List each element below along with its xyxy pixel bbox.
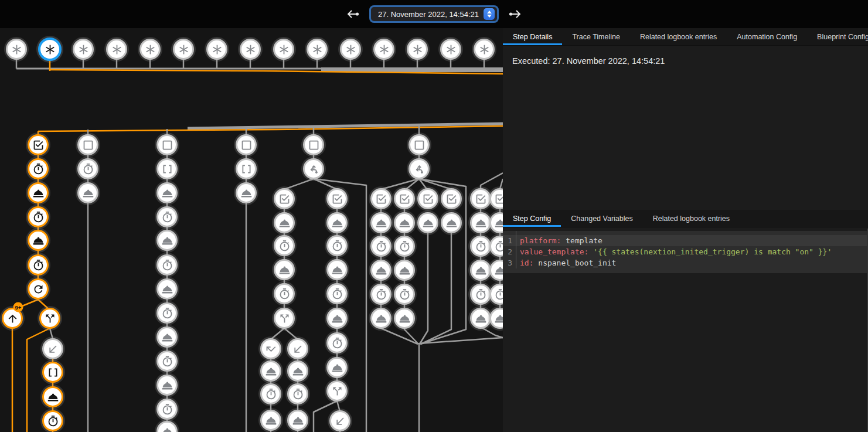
node-bell[interactable] xyxy=(156,326,178,348)
node-arrowdl[interactable] xyxy=(42,338,63,359)
next-run-button[interactable] xyxy=(507,6,523,22)
node-bell[interactable] xyxy=(274,259,295,280)
node-timer[interactable] xyxy=(77,158,98,179)
node-split[interactable] xyxy=(326,380,348,402)
node-asterisk[interactable] xyxy=(106,39,127,60)
node-bell[interactable] xyxy=(287,360,308,382)
node-checkbox[interactable] xyxy=(370,188,392,209)
tab-step-config[interactable]: Step Config xyxy=(503,210,561,227)
node-asterisk[interactable] xyxy=(373,39,394,60)
run-datetime-select[interactable]: 27. November 2022, 14:54:21 xyxy=(369,5,499,23)
node-bell[interactable] xyxy=(394,260,415,281)
node-brackets[interactable] xyxy=(156,158,178,179)
node-timer[interactable] xyxy=(28,206,49,227)
node-asterisk[interactable] xyxy=(73,39,94,60)
node-arrowdl[interactable] xyxy=(329,410,350,431)
node-repeat[interactable] xyxy=(28,278,49,300)
node-timer[interactable] xyxy=(370,236,392,257)
node-bell[interactable] xyxy=(260,360,281,382)
node-decision[interactable] xyxy=(409,158,430,179)
node-brackets[interactable] xyxy=(236,158,257,179)
node-bell[interactable] xyxy=(156,278,178,300)
tab-trace-timeline[interactable]: Trace Timeline xyxy=(562,28,630,45)
node-bell[interactable] xyxy=(287,410,308,431)
node-checkbox[interactable] xyxy=(470,188,491,209)
node-square[interactable] xyxy=(303,134,324,155)
node-timer[interactable] xyxy=(274,235,295,256)
node-timer[interactable] xyxy=(156,399,178,420)
tab-automation-config[interactable]: Automation Config xyxy=(727,28,807,45)
node-asterisk[interactable] xyxy=(307,39,328,60)
node-timer[interactable] xyxy=(156,254,178,275)
node-timer[interactable] xyxy=(28,254,49,275)
node-bell[interactable] xyxy=(260,410,281,431)
node-bell[interactable] xyxy=(274,212,295,233)
node-bell[interactable] xyxy=(326,308,348,329)
node-bell[interactable] xyxy=(394,308,415,329)
node-asterisk[interactable] xyxy=(38,38,62,61)
node-timer[interactable] xyxy=(274,283,295,304)
code-line[interactable]: 3id: nspanel_boot_init xyxy=(503,257,868,268)
node-bell[interactable] xyxy=(156,375,178,396)
node-timer[interactable] xyxy=(394,236,415,257)
node-bell[interactable] xyxy=(370,212,392,233)
node-timer[interactable] xyxy=(394,284,415,305)
node-timer[interactable] xyxy=(28,158,49,179)
tab-related-logbook-entries[interactable]: Related logbook entries xyxy=(630,28,727,45)
node-square[interactable] xyxy=(236,134,257,155)
previous-run-button[interactable] xyxy=(345,6,361,22)
tab-related-logbook-entries-bottom[interactable]: Related logbook entries xyxy=(643,210,740,227)
node-timer[interactable] xyxy=(470,236,491,257)
node-timer[interactable] xyxy=(156,351,178,372)
code-line[interactable]: 1platform: template xyxy=(503,235,868,246)
node-timer[interactable] xyxy=(326,283,348,304)
node-asterisk[interactable] xyxy=(240,39,261,60)
node-decision[interactable] xyxy=(303,158,324,179)
node-split[interactable] xyxy=(39,308,60,329)
node-asterisk[interactable] xyxy=(139,39,161,60)
node-checkbox[interactable] xyxy=(28,134,49,155)
node-bell[interactable] xyxy=(470,308,491,329)
node-bell[interactable] xyxy=(28,230,49,251)
node-bell[interactable] xyxy=(156,230,178,251)
node-bell[interactable] xyxy=(441,212,462,233)
tab-step-details[interactable]: Step Details xyxy=(503,28,562,45)
node-bell[interactable] xyxy=(42,386,63,407)
node-asterisk[interactable] xyxy=(474,39,495,60)
node-timer[interactable] xyxy=(156,206,178,227)
node-bell[interactable] xyxy=(326,357,348,378)
node-bell[interactable] xyxy=(417,212,438,233)
node-bell[interactable] xyxy=(156,182,178,203)
node-timer[interactable] xyxy=(470,284,491,305)
node-timer[interactable] xyxy=(260,383,281,404)
node-arrowdl[interactable] xyxy=(287,338,308,359)
node-timer[interactable] xyxy=(370,284,392,305)
node-checkbox[interactable] xyxy=(417,188,438,209)
node-asterisk[interactable] xyxy=(273,39,294,60)
node-square[interactable] xyxy=(156,134,178,155)
node-bell[interactable] xyxy=(236,182,257,203)
step-config-code-editor[interactable]: 1platform: template2value_template: '{{ … xyxy=(503,231,868,273)
node-brackets[interactable] xyxy=(42,362,63,383)
node-bell[interactable] xyxy=(370,308,392,329)
node-bell[interactable] xyxy=(77,182,98,203)
node-bell[interactable] xyxy=(394,212,415,233)
node-asterisk[interactable] xyxy=(440,39,461,60)
node-square[interactable] xyxy=(77,134,98,155)
node-asterisk[interactable] xyxy=(173,39,194,60)
node-square[interactable] xyxy=(409,134,430,155)
node-checkbox[interactable] xyxy=(326,188,348,209)
node-timer[interactable] xyxy=(156,302,178,324)
node-checkbox[interactable] xyxy=(274,188,295,209)
node-asterisk[interactable] xyxy=(6,39,27,60)
node-bell[interactable] xyxy=(370,260,392,281)
node-bell[interactable] xyxy=(326,212,348,233)
tab-changed-variables[interactable]: Changed Variables xyxy=(561,210,642,227)
code-line[interactable]: 2value_template: '{{ states(nextion_init… xyxy=(503,246,868,257)
node-timer[interactable] xyxy=(42,410,63,431)
node-bell[interactable] xyxy=(470,212,491,233)
node-asterisk[interactable] xyxy=(340,39,361,60)
tab-blueprint-config[interactable]: Blueprint Config xyxy=(807,28,868,45)
node-checkarrow[interactable] xyxy=(260,338,281,359)
node-bell[interactable] xyxy=(28,182,49,203)
